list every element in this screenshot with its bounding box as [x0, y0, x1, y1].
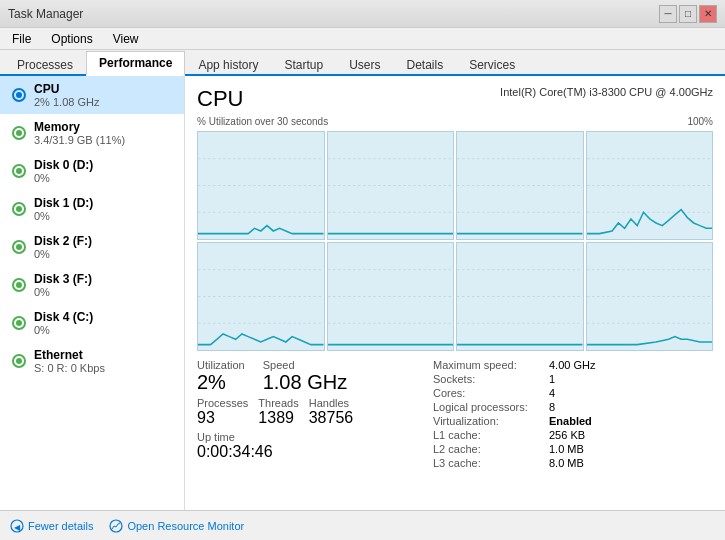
virt-key: Virtualization: [433, 415, 543, 427]
stats-left: Utilization 2% Speed 1.08 GHz Processes … [197, 359, 417, 471]
disk0-icon [12, 164, 26, 178]
info-l2: L2 cache: 1.0 MB [433, 443, 595, 455]
max-speed-val: 4.00 GHz [549, 359, 595, 371]
close-button[interactable]: ✕ [699, 5, 717, 23]
stat-utilization: Utilization 2% [197, 359, 245, 393]
l1-val: 256 KB [549, 429, 585, 441]
disk2-detail: 0% [34, 248, 174, 260]
fewer-details-icon: ◀ [10, 519, 24, 533]
speed-label: Speed [263, 359, 347, 371]
l2-key: L2 cache: [433, 443, 543, 455]
ethernet-detail: S: 0 R: 0 Kbps [34, 362, 174, 374]
cpu-title: CPU [197, 86, 243, 112]
utilization-value: 2% [197, 371, 245, 393]
handles-label: Handles [309, 397, 354, 409]
left-item-ethernet[interactable]: Ethernet S: 0 R: 0 Kbps [0, 342, 184, 380]
cpu-icon [12, 88, 26, 102]
disk2-icon [12, 240, 26, 254]
right-panel: CPU Intel(R) Core(TM) i3-8300 CPU @ 4.00… [185, 76, 725, 510]
disk3-detail: 0% [34, 286, 174, 298]
open-resource-monitor-label: Open Resource Monitor [127, 520, 244, 532]
utilization-label: Utilization [197, 359, 245, 371]
left-item-memory[interactable]: Memory 3.4/31.9 GB (11%) [0, 114, 184, 152]
disk1-icon [12, 202, 26, 216]
memory-name: Memory [34, 120, 174, 134]
tab-performance[interactable]: Performance [86, 51, 185, 76]
cpu-detail: 2% 1.08 GHz [34, 96, 174, 108]
title-bar: Task Manager ─ □ ✕ [0, 0, 725, 28]
disk3-name: Disk 3 (F:) [34, 272, 174, 286]
left-item-disk0[interactable]: Disk 0 (D:) 0% [0, 152, 184, 190]
processes-value: 93 [197, 409, 248, 427]
bottom-bar: ◀ Fewer details Open Resource Monitor [0, 510, 725, 540]
disk1-name: Disk 1 (D:) [34, 196, 174, 210]
processes-label: Processes [197, 397, 248, 409]
menu-bar: File Options View [0, 28, 725, 50]
chart-cell-8 [586, 242, 714, 351]
svg-text:◀: ◀ [14, 523, 21, 532]
chart-cell-1 [197, 131, 325, 240]
chart-cell-5 [197, 242, 325, 351]
disk0-detail: 0% [34, 172, 174, 184]
sockets-val: 1 [549, 373, 555, 385]
left-item-disk3[interactable]: Disk 3 (F:) 0% [0, 266, 184, 304]
tab-users[interactable]: Users [336, 53, 393, 76]
title-bar-title: Task Manager [8, 7, 83, 21]
l3-val: 8.0 MB [549, 457, 584, 469]
minimize-button[interactable]: ─ [659, 5, 677, 23]
left-item-cpu[interactable]: CPU 2% 1.08 GHz [0, 76, 184, 114]
cpu-name: CPU [34, 82, 174, 96]
tabs-bar: Processes Performance App history Startu… [0, 50, 725, 76]
main-content: CPU 2% 1.08 GHz Memory 3.4/31.9 GB (11%)… [0, 76, 725, 510]
l1-key: L1 cache: [433, 429, 543, 441]
tab-services[interactable]: Services [456, 53, 528, 76]
info-l1: L1 cache: 256 KB [433, 429, 595, 441]
info-max-speed: Maximum speed: 4.00 GHz [433, 359, 595, 371]
chart-cell-4 [586, 131, 714, 240]
menu-view[interactable]: View [105, 30, 147, 48]
cores-key: Cores: [433, 387, 543, 399]
virt-val: Enabled [549, 415, 592, 427]
disk4-detail: 0% [34, 324, 174, 336]
stat-uptime: Up time 0:00:34:46 [197, 431, 417, 461]
cpu-model: Intel(R) Core(TM) i3-8300 CPU @ 4.00GHz [500, 86, 713, 98]
fewer-details-label: Fewer details [28, 520, 93, 532]
cores-val: 4 [549, 387, 555, 399]
disk0-name: Disk 0 (D:) [34, 158, 174, 172]
menu-options[interactable]: Options [43, 30, 100, 48]
sockets-key: Sockets: [433, 373, 543, 385]
memory-icon [12, 126, 26, 140]
tab-details[interactable]: Details [393, 53, 456, 76]
disk3-icon [12, 278, 26, 292]
stat-handles: Handles 38756 [309, 397, 354, 427]
threads-value: 1389 [258, 409, 298, 427]
stats-info-section: Utilization 2% Speed 1.08 GHz Processes … [197, 359, 713, 471]
info-virt: Virtualization: Enabled [433, 415, 595, 427]
handles-value: 38756 [309, 409, 354, 427]
l2-val: 1.0 MB [549, 443, 584, 455]
left-item-disk1[interactable]: Disk 1 (D:) 0% [0, 190, 184, 228]
max-speed-key: Maximum speed: [433, 359, 543, 371]
maximize-button[interactable]: □ [679, 5, 697, 23]
tab-app-history[interactable]: App history [185, 53, 271, 76]
disk4-name: Disk 4 (C:) [34, 310, 174, 324]
left-item-disk4[interactable]: Disk 4 (C:) 0% [0, 304, 184, 342]
memory-detail: 3.4/31.9 GB (11%) [34, 134, 174, 146]
l3-key: L3 cache: [433, 457, 543, 469]
tab-processes[interactable]: Processes [4, 53, 86, 76]
left-item-disk2[interactable]: Disk 2 (F:) 0% [0, 228, 184, 266]
chart-label: % Utilization over 30 seconds [197, 116, 328, 127]
menu-file[interactable]: File [4, 30, 39, 48]
chart-percent: 100% [687, 116, 713, 127]
stat-speed: Speed 1.08 GHz [263, 359, 347, 393]
info-cores: Cores: 4 [433, 387, 595, 399]
uptime-value: 0:00:34:46 [197, 443, 417, 461]
uptime-label: Up time [197, 431, 417, 443]
info-table: Maximum speed: 4.00 GHz Sockets: 1 Cores… [433, 359, 595, 471]
tab-startup[interactable]: Startup [271, 53, 336, 76]
open-resource-monitor-button[interactable]: Open Resource Monitor [109, 519, 244, 533]
svg-point-34 [110, 520, 122, 532]
logical-val: 8 [549, 401, 555, 413]
info-sockets: Sockets: 1 [433, 373, 595, 385]
fewer-details-button[interactable]: ◀ Fewer details [10, 519, 93, 533]
